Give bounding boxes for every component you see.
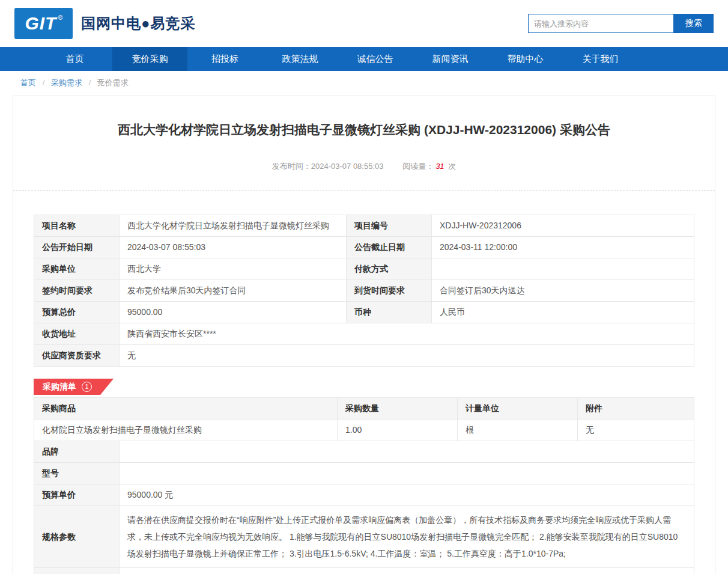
field-label-unit-budget: 预算单价	[34, 484, 120, 506]
page-title: 西北大学化材学院日立场发射扫描电子显微镜灯丝采购 (XDJJ-HW-202312…	[13, 121, 715, 138]
breadcrumb-purchase-demand[interactable]: 采购需求	[51, 78, 82, 87]
table-row: 采购单位 西北大学 付款方式	[34, 258, 694, 280]
column-header-quantity: 采购数量	[338, 398, 458, 420]
field-value-after-sales: 按行业标准提供服务。 质保期：验收合格后 1年。响应时效：即时响应（包括电话响应…	[120, 568, 694, 574]
field-label-payment-method: 付款方式	[347, 258, 432, 280]
field-value-delivery-address: 陕西省西安市长安区****	[120, 323, 694, 345]
column-header-product: 采购商品	[34, 398, 338, 420]
field-value-specifications: 请各潜在供应商提交报价时在“响应附件”处上传正式报价单及需求响应偏离表（加盖公章…	[120, 506, 694, 568]
search-button[interactable]: 搜索	[674, 14, 714, 33]
field-value-payment-method	[432, 258, 694, 280]
nav-item-help-center[interactable]: 帮助中心	[488, 47, 563, 71]
breadcrumb: 首页 / 采购需求 / 竞价需求	[0, 71, 728, 94]
purchase-list-badge: 采购清单 1	[34, 379, 114, 395]
field-value-purchaser: 西北大学	[120, 258, 347, 280]
field-label-specifications: 规格参数	[34, 506, 120, 568]
field-label-supplier-qualification: 供应商资质要求	[34, 345, 120, 367]
nav-item-news[interactable]: 新闻资讯	[413, 47, 488, 71]
field-label-delivery-address: 收货地址	[34, 323, 120, 345]
field-label-brand: 品牌	[34, 441, 120, 463]
field-label-signing-time: 签约时间要求	[34, 280, 120, 302]
main-nav: 首页 竞价采购 招投标 政策法规 诚信公告 新闻资讯 帮助中心 关于我们	[0, 47, 728, 71]
site-title: 国网中电●易竞采	[81, 14, 196, 33]
git-logo[interactable]: GIT®	[14, 8, 73, 39]
field-value-end-date: 2024-03-11 12:00:00	[432, 237, 694, 258]
breadcrumb-separator: /	[43, 78, 45, 87]
column-header-unit: 计量单位	[458, 398, 578, 420]
nav-item-bidding-purchase[interactable]: 竞价采购	[112, 47, 187, 71]
item-attachment: 无	[578, 420, 694, 441]
table-row: 预算单价 95000.00 元	[34, 484, 694, 506]
purchase-list-count-badge: 1	[82, 382, 92, 392]
site-header: GIT® 国网中电●易竞采 搜索	[0, 0, 728, 47]
table-row: 供应商资质要求 无	[34, 345, 694, 367]
field-value-brand	[120, 441, 694, 463]
table-row: 签约时间要求 发布竞价结果后30天内签订合同 到货时间要求 合同签订后30天内送…	[34, 280, 694, 302]
table-header-row: 采购商品 采购数量 计量单位 附件	[34, 398, 694, 420]
field-label-end-date: 公告截止日期	[347, 237, 432, 258]
field-value-total-budget: 95000.00	[120, 302, 347, 323]
field-label-model: 型号	[34, 463, 120, 484]
field-value-signing-time: 发布竞价结果后30天内签订合同	[120, 280, 347, 302]
item-row: 化材院日立场发射扫描电子显微镜灯丝采购 1.00 根 无	[34, 420, 694, 441]
column-header-attachment: 附件	[578, 398, 694, 420]
view-count: 阅读量：31 次	[402, 161, 456, 172]
field-value-model	[120, 463, 694, 484]
announcement-meta: 发布时间：2024-03-07 08:55:03 阅读量：31 次	[13, 161, 715, 172]
field-label-purchaser: 采购单位	[34, 258, 120, 280]
registered-mark: ®	[58, 14, 63, 21]
view-count-value: 31	[435, 162, 444, 171]
field-value-project-number: XDJJ-HW-202312006	[432, 215, 694, 237]
field-label-after-sales: 售后服务	[34, 568, 120, 574]
field-value-currency: 人民币	[432, 302, 694, 323]
header-search: 搜索	[528, 14, 714, 33]
breadcrumb-home[interactable]: 首页	[20, 78, 36, 87]
field-label-project-name: 项目名称	[34, 215, 120, 237]
table-row: 收货地址 陕西省西安市长安区****	[34, 323, 694, 345]
nav-item-home[interactable]: 首页	[37, 47, 112, 71]
item-unit: 根	[458, 420, 578, 441]
breadcrumb-separator: /	[89, 78, 91, 87]
field-value-unit-budget: 95000.00 元	[120, 484, 694, 506]
announcement-card: 西北大学化材学院日立场发射扫描电子显微镜灯丝采购 (XDJJ-HW-202312…	[13, 96, 715, 574]
item-product-name: 化材院日立场发射扫描电子显微镜灯丝采购	[34, 420, 338, 441]
field-label-currency: 币种	[347, 302, 432, 323]
dashed-divider	[13, 190, 715, 191]
table-row: 项目名称 西北大学化材学院日立场发射扫描电子显微镜灯丝采购 项目编号 XDJJ-…	[34, 215, 694, 237]
search-input[interactable]	[528, 14, 674, 33]
field-label-delivery-time: 到货时间要求	[347, 280, 432, 302]
item-quantity: 1.00	[338, 420, 458, 441]
purchase-list-label: 采购清单	[43, 382, 76, 392]
nav-item-tendering[interactable]: 招投标	[187, 47, 262, 71]
table-row: 预算总价 95000.00 币种 人民币	[34, 302, 694, 323]
table-row: 规格参数 请各潜在供应商提交报价时在“响应附件”处上传正式报价单及需求响应偏离表…	[34, 506, 694, 568]
publish-time: 发布时间：2024-03-07 08:55:03	[272, 161, 384, 172]
table-row: 售后服务 按行业标准提供服务。 质保期：验收合格后 1年。响应时效：即时响应（包…	[34, 568, 694, 574]
field-value-supplier-qualification: 无	[120, 345, 694, 367]
nav-item-policies[interactable]: 政策法规	[262, 47, 338, 71]
nav-item-integrity-notices[interactable]: 诚信公告	[338, 47, 413, 71]
field-label-project-number: 项目编号	[347, 215, 432, 237]
tables-wrap: 项目名称 西北大学化材学院日立场发射扫描电子显微镜灯丝采购 项目编号 XDJJ-…	[34, 215, 694, 574]
field-value-project-name: 西北大学化材学院日立场发射扫描电子显微镜灯丝采购	[120, 215, 347, 237]
table-row: 型号	[34, 463, 694, 484]
field-label-start-date: 公告开始日期	[34, 237, 120, 258]
table-row: 品牌	[34, 441, 694, 463]
table-row: 公告开始日期 2024-03-07 08:55:03 公告截止日期 2024-0…	[34, 237, 694, 258]
nav-item-about-us[interactable]: 关于我们	[563, 47, 638, 71]
field-value-delivery-time: 合同签订后30天内送达	[432, 280, 694, 302]
project-info-table: 项目名称 西北大学化材学院日立场发射扫描电子显微镜灯丝采购 项目编号 XDJJ-…	[34, 215, 694, 367]
field-label-total-budget: 预算总价	[34, 302, 120, 323]
purchase-items-table: 采购商品 采购数量 计量单位 附件 化材院日立场发射扫描电子显微镜灯丝采购 1.…	[34, 397, 694, 574]
field-value-start-date: 2024-03-07 08:55:03	[120, 237, 347, 258]
breadcrumb-current: 竞价需求	[97, 78, 129, 87]
logo-text: GIT	[25, 13, 56, 34]
